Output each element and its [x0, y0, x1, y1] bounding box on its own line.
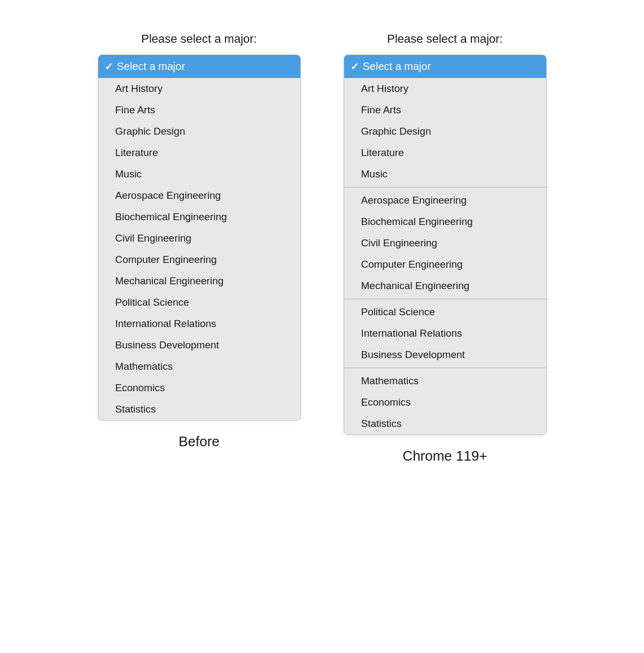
right-caption: Chrome 119+	[402, 448, 487, 464]
list-item[interactable]: International Relations	[98, 313, 300, 335]
list-item[interactable]: Mechanical Engineering	[344, 275, 546, 297]
list-item[interactable]: Political Science	[344, 301, 546, 323]
list-item[interactable]: Mathematics	[98, 356, 300, 377]
left-checkmark-icon: ✓	[105, 61, 113, 73]
left-dropdown[interactable]: ✓ Select a major Art History Fine Arts G…	[98, 55, 301, 421]
list-item[interactable]: Statistics	[344, 413, 546, 434]
list-item[interactable]: Civil Engineering	[98, 228, 300, 249]
list-item[interactable]: Business Development	[344, 344, 546, 366]
left-selected-item[interactable]: ✓ Select a major	[98, 55, 300, 78]
list-item[interactable]: International Relations	[344, 323, 546, 344]
right-selected-item[interactable]: ✓ Select a major	[344, 55, 546, 78]
list-item[interactable]: Art History	[98, 78, 300, 99]
group-divider	[344, 368, 546, 368]
list-item[interactable]: Art History	[344, 78, 546, 99]
list-item[interactable]: Graphic Design	[98, 121, 300, 142]
list-item[interactable]: Fine Arts	[98, 99, 300, 121]
list-item[interactable]: Fine Arts	[344, 99, 546, 121]
list-item[interactable]: Economics	[344, 392, 546, 413]
list-item[interactable]: Political Science	[98, 292, 300, 313]
comparison-container: Please select a major: ✓ Select a major …	[98, 32, 547, 464]
right-selected-label: Select a major	[363, 60, 431, 73]
list-item[interactable]: Biochemical Engineering	[98, 206, 300, 228]
list-item[interactable]: Statistics	[98, 399, 300, 420]
right-panel-title: Please select a major:	[387, 32, 502, 46]
list-item[interactable]: Music	[98, 164, 300, 185]
left-caption: Before	[179, 433, 220, 450]
right-checkmark-icon: ✓	[351, 61, 359, 73]
left-panel-title: Please select a major:	[141, 32, 257, 46]
list-item[interactable]: Literature	[98, 142, 300, 164]
right-panel: Please select a major: ✓ Select a major …	[344, 32, 547, 464]
list-item[interactable]: Literature	[344, 142, 546, 164]
list-item[interactable]: Aerospace Engineering	[98, 185, 300, 206]
right-dropdown[interactable]: ✓ Select a major Art History Fine Arts G…	[344, 55, 547, 435]
list-item[interactable]: Computer Engineering	[344, 254, 546, 275]
left-selected-label: Select a major	[117, 60, 185, 73]
list-item[interactable]: Aerospace Engineering	[344, 190, 546, 211]
list-item[interactable]: Computer Engineering	[98, 249, 300, 270]
list-item[interactable]: Business Development	[98, 335, 300, 356]
list-item[interactable]: Mathematics	[344, 370, 546, 392]
list-item[interactable]: Mechanical Engineering	[98, 270, 300, 292]
list-item[interactable]: Graphic Design	[344, 121, 546, 142]
list-item[interactable]: Biochemical Engineering	[344, 211, 546, 232]
group-divider	[344, 187, 546, 188]
left-panel: Please select a major: ✓ Select a major …	[98, 32, 301, 450]
list-item[interactable]: Music	[344, 164, 546, 185]
list-item[interactable]: Economics	[98, 377, 300, 399]
group-divider	[344, 299, 546, 299]
list-item[interactable]: Civil Engineering	[344, 232, 546, 254]
